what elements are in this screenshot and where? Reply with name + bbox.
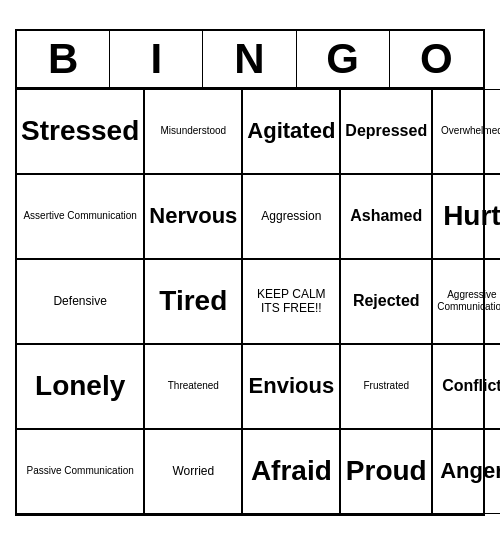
cell-text-20: Passive Communication [27,465,134,477]
bingo-letter-n: N [203,31,296,87]
bingo-letter-g: G [297,31,390,87]
cell-text-14: Aggressive Communication [437,289,500,313]
bingo-cell-2: Agitated [242,89,340,174]
bingo-cell-24: Anger [432,429,500,514]
bingo-grid: StressedMisunderstoodAgitatedDepressedOv… [17,89,483,514]
bingo-cell-9: Hurt [432,174,500,259]
bingo-letter-b: B [17,31,110,87]
bingo-cell-14: Aggressive Communication [432,259,500,344]
cell-text-17: Envious [249,373,335,399]
bingo-card: BINGO StressedMisunderstoodAgitatedDepre… [15,29,485,516]
bingo-cell-4: Overwhelmed [432,89,500,174]
cell-text-3: Depressed [345,121,427,140]
cell-text-12: KEEP CALM ITS FREE!! [247,287,335,316]
bingo-cell-5: Assertive Communication [17,174,144,259]
cell-text-11: Tired [159,284,227,318]
cell-text-9: Hurt [443,199,500,233]
cell-text-7: Aggression [261,209,321,223]
cell-text-21: Worried [172,464,214,478]
cell-text-8: Ashamed [350,206,422,225]
cell-text-18: Frustrated [363,380,409,392]
bingo-letter-o: O [390,31,483,87]
cell-text-19: Conflict [442,376,500,395]
cell-text-15: Lonely [35,369,125,403]
cell-text-5: Assertive Communication [23,210,136,222]
bingo-cell-7: Aggression [242,174,340,259]
cell-text-2: Agitated [247,118,335,144]
bingo-cell-21: Worried [144,429,242,514]
cell-text-1: Misunderstood [161,125,227,137]
bingo-cell-6: Nervous [144,174,242,259]
bingo-cell-13: Rejected [340,259,432,344]
bingo-cell-19: Conflict [432,344,500,429]
cell-text-0: Stressed [21,114,139,148]
cell-text-13: Rejected [353,291,420,310]
bingo-cell-11: Tired [144,259,242,344]
bingo-cell-1: Misunderstood [144,89,242,174]
bingo-letter-i: I [110,31,203,87]
cell-text-4: Overwhelmed [441,125,500,137]
cell-text-16: Threatened [168,380,219,392]
bingo-cell-18: Frustrated [340,344,432,429]
cell-text-23: Proud [346,454,427,488]
cell-text-22: Afraid [251,454,332,488]
bingo-cell-16: Threatened [144,344,242,429]
bingo-cell-15: Lonely [17,344,144,429]
bingo-cell-17: Envious [242,344,340,429]
bingo-cell-8: Ashamed [340,174,432,259]
cell-text-24: Anger [440,458,500,484]
cell-text-10: Defensive [53,294,106,308]
cell-text-6: Nervous [149,203,237,229]
bingo-cell-22: Afraid [242,429,340,514]
bingo-cell-12: KEEP CALM ITS FREE!! [242,259,340,344]
bingo-cell-3: Depressed [340,89,432,174]
bingo-cell-0: Stressed [17,89,144,174]
bingo-cell-10: Defensive [17,259,144,344]
bingo-cell-20: Passive Communication [17,429,144,514]
bingo-header: BINGO [17,31,483,89]
bingo-cell-23: Proud [340,429,432,514]
